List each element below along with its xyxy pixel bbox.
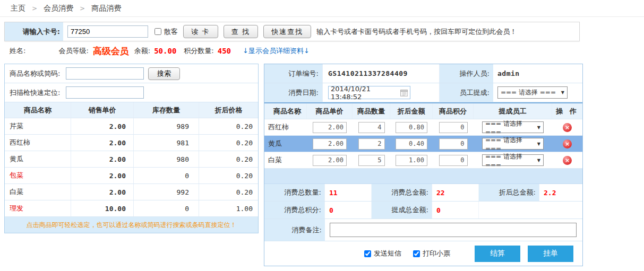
item-name: 白菜	[264, 152, 307, 168]
product-row-lifa[interactable]: 理发 10.00 0 1.00	[5, 200, 258, 217]
stock-qty: 0	[134, 168, 199, 183]
discount-price: 0.20	[199, 151, 258, 167]
item-price-input[interactable]	[313, 138, 347, 150]
discount-price: 0.20	[199, 135, 258, 151]
order-row-huanggua[interactable]: 黄瓜 === 请选择 === ▼ ×	[264, 136, 582, 152]
item-points-input[interactable]	[439, 138, 468, 150]
delete-item-icon[interactable]: ×	[563, 139, 572, 148]
send-sms-checkbox[interactable]	[364, 250, 371, 257]
member-info-row: 姓名: 会员等级: 高级会员 余额: 50.00 积分数量: 450 ↓显示会员…	[10, 41, 644, 60]
stock-qty: 981	[134, 135, 199, 151]
member-level-value: 高级会员	[93, 45, 129, 57]
show-member-detail-link[interactable]: ↓显示会员详细资料↓	[243, 46, 310, 56]
item-points-input[interactable]	[439, 122, 468, 133]
barcode-scan-label: 扫描枪快速定位:	[5, 88, 66, 98]
stock-qty: 992	[134, 184, 199, 200]
discount-price: 0.20	[199, 118, 258, 134]
col-product-name: 商品名称	[5, 102, 71, 118]
totals-row-1: 消费总数量: 11 消费总金额: 22 折后总金额: 2.2	[264, 184, 582, 202]
item-price-input[interactable]	[313, 122, 347, 133]
item-discount-amount-input[interactable]	[396, 138, 427, 150]
item-staff-select[interactable]: === 请选择 === ▼	[482, 154, 544, 166]
quick-find-button[interactable]: 快速查找	[263, 25, 311, 38]
col-item-name: 商品名称	[264, 103, 307, 119]
barcode-scan-row: 扫描枪快速定位:	[5, 83, 258, 102]
member-level-label: 会员等级:	[58, 46, 88, 56]
product-row-huanggua[interactable]: 黄瓜 2.00 980 0.20	[5, 151, 258, 168]
send-sms-checkbox-wrap[interactable]: 发送短信	[364, 249, 401, 258]
breadcrumb-separator: >	[32, 5, 37, 12]
order-panel: 订单编号: GS1410211337284409 操作人员: admin 消费日…	[264, 64, 583, 266]
delete-item-icon[interactable]: ×	[563, 123, 572, 132]
item-qty-input[interactable]	[358, 155, 385, 166]
col-item-price: 商品单价	[307, 103, 353, 119]
discount-price: 1.00	[199, 200, 258, 216]
item-qty-input[interactable]	[358, 138, 385, 150]
product-row-xihongshi[interactable]: 西红柿 2.00 981 0.20	[5, 135, 258, 151]
order-row-xihongshi[interactable]: 西红柿 === 请选择 === ▼ ×	[264, 119, 582, 136]
col-discount-amount: 折后金额	[390, 103, 433, 119]
product-search-button[interactable]: 搜索	[148, 67, 180, 80]
item-points-input[interactable]	[439, 155, 468, 166]
product-name: 芹菜	[5, 118, 71, 134]
breadcrumb-home[interactable]: 主页	[11, 4, 25, 13]
consume-date-value: 2014/10/21 13:48:52	[331, 85, 400, 101]
breadcrumb-member-consumption[interactable]: 会员消费	[44, 4, 73, 13]
order-actions-row: 发送短信 打印小票 结算 挂单	[264, 241, 582, 266]
remark-input[interactable]	[330, 223, 577, 237]
order-row-baicai[interactable]: 白菜 === 请选择 === ▼ ×	[264, 152, 582, 169]
stock-qty: 0	[134, 200, 199, 216]
item-staff-select-value: === 请选择 ===	[485, 136, 537, 152]
product-row-baicai[interactable]: 白菜 2.00 992 0.20	[5, 184, 258, 200]
total-qty-label: 消费总数量:	[264, 184, 325, 201]
item-staff-select[interactable]: === 请选择 === ▼	[482, 138, 544, 150]
col-operation: 操 作	[552, 103, 582, 119]
item-qty-input[interactable]	[358, 122, 385, 133]
product-name: 白菜	[5, 184, 71, 200]
staff-commission-select[interactable]: === 请选择 === ▼	[497, 86, 568, 99]
delete-item-icon[interactable]: ×	[563, 156, 572, 165]
product-table-header: 商品名称 销售单价 库存数量 折后价格	[5, 102, 258, 118]
product-row-qincai[interactable]: 芹菜 2.00 989 0.20	[5, 118, 258, 135]
find-button[interactable]: 查 找	[224, 25, 259, 38]
product-search-input[interactable]	[66, 67, 144, 80]
card-search-bar: 请输入卡号: 散客 读 卡 查 找 快速查找 输入卡号或者卡面号码或者手机号码，…	[4, 22, 580, 41]
sale-price: 2.00	[71, 151, 134, 167]
col-commission-staff: 提成员工	[474, 103, 552, 119]
guest-checkbox[interactable]	[154, 28, 161, 35]
barcode-scan-input[interactable]	[66, 86, 144, 99]
settle-button[interactable]: 结算	[475, 246, 520, 262]
sale-price: 10.00	[71, 200, 134, 216]
discount-price: 0.20	[199, 184, 258, 200]
product-row-baocai[interactable]: 包菜 2.00 0 0.20	[5, 168, 258, 184]
total-discount-value: 2.2	[539, 184, 582, 201]
calendar-icon[interactable]	[400, 89, 408, 97]
order-no-value: GS1410211337284409	[323, 64, 439, 83]
product-consumption-page: 主页 > 会员消费 > 商品消费 请输入卡号: 散客 读 卡 查 找 快速查找 …	[0, 0, 644, 266]
print-ticket-checkbox-wrap[interactable]: 打印小票	[413, 249, 450, 258]
total-points-value: 0	[325, 202, 372, 218]
item-staff-select-value: === 请选择 ===	[485, 119, 537, 136]
totals-row-2: 消费总积分: 0 提成总金额: 0	[264, 202, 582, 219]
print-ticket-checkbox[interactable]	[413, 250, 420, 257]
print-ticket-label: 打印小票	[423, 249, 450, 258]
card-number-input[interactable]	[67, 25, 148, 38]
total-points-label: 消费总积分:	[264, 202, 325, 218]
item-discount-amount-input[interactable]	[396, 122, 427, 133]
guest-checkbox-label: 散客	[164, 27, 178, 37]
read-card-button[interactable]: 读 卡	[183, 25, 218, 38]
sale-price: 2.00	[71, 118, 134, 134]
stock-qty: 989	[134, 118, 199, 134]
col-sale-price: 销售单价	[71, 102, 134, 118]
consume-date-label: 消费日期:	[264, 83, 323, 102]
consume-date-input[interactable]: 2014/10/21 13:48:52	[328, 86, 410, 99]
col-discount-price: 折后价格	[199, 102, 258, 118]
breadcrumb-product-consumption[interactable]: 商品消费	[91, 4, 121, 13]
sale-price: 2.00	[71, 135, 134, 151]
item-price-input[interactable]	[313, 155, 347, 166]
item-discount-amount-input[interactable]	[396, 155, 427, 166]
guest-checkbox-wrap[interactable]: 散客	[154, 27, 178, 37]
item-staff-select[interactable]: === 请选择 === ▼	[482, 121, 544, 133]
hold-order-button[interactable]: 挂单	[528, 246, 573, 262]
member-points-value: 450	[218, 47, 231, 55]
